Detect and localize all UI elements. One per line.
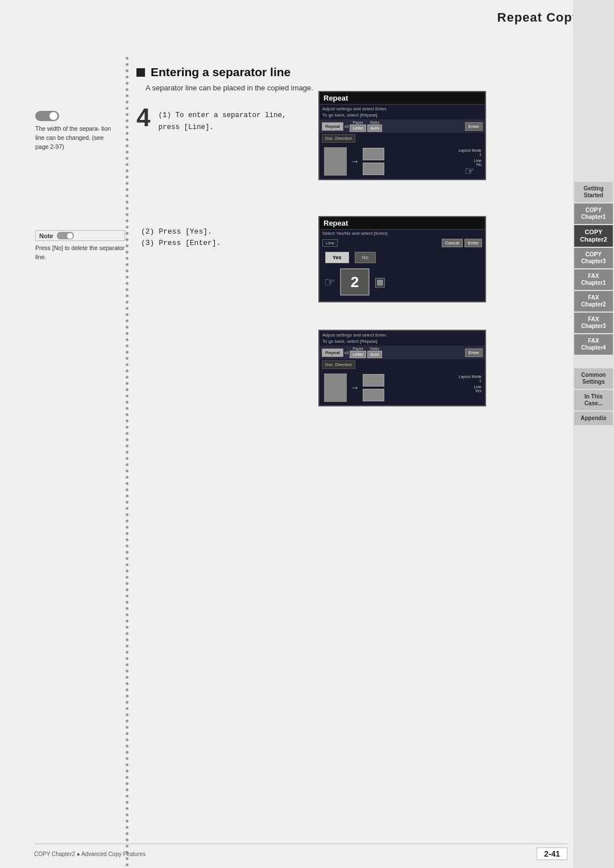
- screen1-diagram: → Layout Mode 1 Line No ☞: [320, 144, 485, 179]
- screen1-paper-left: [324, 147, 347, 176]
- hand-cursor-2: ☞: [324, 275, 335, 290]
- screen1-xs-wrap: x9: [345, 124, 349, 128]
- note-label: Note: [39, 232, 53, 239]
- screen1-enter-btn[interactable]: Enter: [465, 122, 483, 131]
- step4-text: (1) To enter a separator line, press [Li…: [158, 110, 286, 134]
- screen1-ratio-wrap: Ratio Auto: [367, 121, 381, 132]
- screen1-arrow: →: [350, 156, 359, 167]
- right-sidebar: GettingStarted COPYChapter1 COPYChapter2…: [573, 0, 614, 868]
- screen2: Repeat Select Yes/No and select [Enter].…: [318, 216, 486, 302]
- screen2-line-label: Line: [322, 239, 338, 247]
- step2-text: (2) Press [Yes].: [141, 227, 221, 236]
- toggle-switch: [35, 111, 59, 121]
- dot-separator: [124, 57, 130, 841]
- screen3-diagram: → Layout Mode 1 Line Yes: [320, 370, 485, 405]
- step3-text: (3) Press [Enter].: [141, 239, 221, 247]
- screen3-arrow: →: [350, 383, 359, 393]
- step4-line2: press [Line].: [158, 122, 286, 134]
- screen1-paper-value[interactable]: Letter: [350, 124, 366, 132]
- screen2-title: Repeat: [320, 217, 485, 230]
- screen3-ratio-wrap: Ratio Auto: [367, 347, 381, 358]
- left-note-text: The width of the separa- tion line can b…: [35, 124, 118, 151]
- screen3-paper-wrap: Paper Letter: [350, 347, 366, 358]
- screen3-ratio-value[interactable]: Auto: [367, 351, 381, 358]
- screen1-ratio-value[interactable]: Auto: [367, 124, 381, 132]
- heading-icon: [136, 68, 145, 77]
- sidebar-item-copy2[interactable]: COPYChapter2: [574, 225, 613, 247]
- sidebar-item-getting-started[interactable]: GettingStarted: [574, 182, 613, 202]
- note-text: Press [No] to delete the separator line.: [35, 244, 125, 262]
- screen1-instruction: Adjust settings and select Enter. To go …: [320, 105, 485, 119]
- section-title: Entering a separator line: [151, 65, 291, 79]
- page-footer: COPY Chapter2 ● Advanced Copy Features 2…: [34, 844, 567, 860]
- screen2-yesno: Yes No: [320, 249, 485, 266]
- screen2-diagram: ☞ 2 ▣: [320, 266, 485, 301]
- note-box: Note Press [No] to delete the separator …: [35, 230, 125, 262]
- screen2-line-row: Line Cancel Enter: [320, 237, 485, 249]
- hand-cursor-1: ☞: [464, 164, 475, 178]
- sidebar-item-fax1[interactable]: FAXChapter1: [574, 269, 613, 290]
- screen1-toolbar: Repeat x9 Paper Letter Ratio Auto Enter: [320, 119, 485, 133]
- screen2-number-display: 2: [340, 268, 370, 296]
- step23-area: (2) Press [Yes]. (3) Press [Enter].: [141, 227, 221, 247]
- sidebar-item-appendix[interactable]: Appendix: [574, 412, 613, 425]
- screen2-enter-btn[interactable]: Enter: [464, 239, 482, 247]
- screen2-instruction: Select Yes/No and select [Enter].: [320, 230, 485, 237]
- screen3-instruction: Adjust settings and select Enter. To go …: [320, 331, 485, 346]
- screen1-title: Repeat: [320, 92, 485, 105]
- screen3-paper-value[interactable]: Letter: [350, 351, 366, 358]
- footer-text: COPY Chapter2 ● Advanced Copy Features: [34, 851, 146, 857]
- screen1-repeat-btn[interactable]: Repeat: [322, 122, 343, 131]
- step4-number: 4: [136, 105, 150, 130]
- note-toggle: [57, 232, 74, 239]
- screen3: Adjust settings and select Enter. To go …: [318, 330, 486, 406]
- screen2-cancel-btn[interactable]: Cancel: [442, 239, 463, 247]
- sidebar-item-fax4[interactable]: FAXChapter4: [574, 334, 613, 355]
- sidebar-item-copy3[interactable]: COPYChapter3: [574, 248, 613, 268]
- sidebar-item-copy1[interactable]: COPYChapter1: [574, 203, 613, 224]
- sidebar-item-fax3[interactable]: FAXChapter3: [574, 313, 613, 333]
- screen3-side-labels: Layout Mode 1 Line Yes: [459, 375, 482, 393]
- sidebar-item-fax2[interactable]: FAXChapter2: [574, 291, 613, 312]
- screen3-paper-left: [324, 373, 347, 402]
- screen2-yes-btn[interactable]: Yes: [325, 252, 349, 263]
- step4-area: 4 (1) To enter a separator line, press […: [136, 105, 287, 134]
- screen3-repeat-btn[interactable]: Repeat: [322, 348, 343, 357]
- section-heading: Entering a separator line: [136, 65, 291, 79]
- screen3-toolbar: Repeat x9 Paper Letter Ratio Auto Enter: [320, 346, 485, 359]
- screen2-no-btn[interactable]: No: [355, 252, 376, 263]
- screen3-doc-direction: Doc. Direction: [322, 360, 355, 369]
- screen1-paper-right: [363, 148, 384, 175]
- sidebar-item-inthis[interactable]: In ThisCase...: [574, 390, 613, 410]
- note-label-row: Note: [35, 230, 125, 241]
- screen3-paper-right: [363, 374, 384, 401]
- left-note: The width of the separa- tion line can b…: [35, 111, 118, 151]
- screen1-doc-direction: Doc. Direction: [322, 134, 355, 143]
- section-description: A separator line can be placed in the co…: [146, 84, 313, 92]
- footer-page: 2-41: [537, 848, 567, 860]
- sidebar-item-common[interactable]: CommonSettings: [574, 368, 613, 389]
- screen2-copy-icon: ▣: [374, 275, 386, 289]
- step4-line1: (1) To enter a separator line,: [158, 110, 286, 122]
- screen3-enter-btn[interactable]: Enter: [465, 348, 483, 357]
- screen1-paper-wrap: Paper Letter: [350, 121, 366, 132]
- page-title: Repeat Copy: [497, 10, 580, 25]
- screen1: Repeat Adjust settings and select Enter.…: [318, 91, 486, 180]
